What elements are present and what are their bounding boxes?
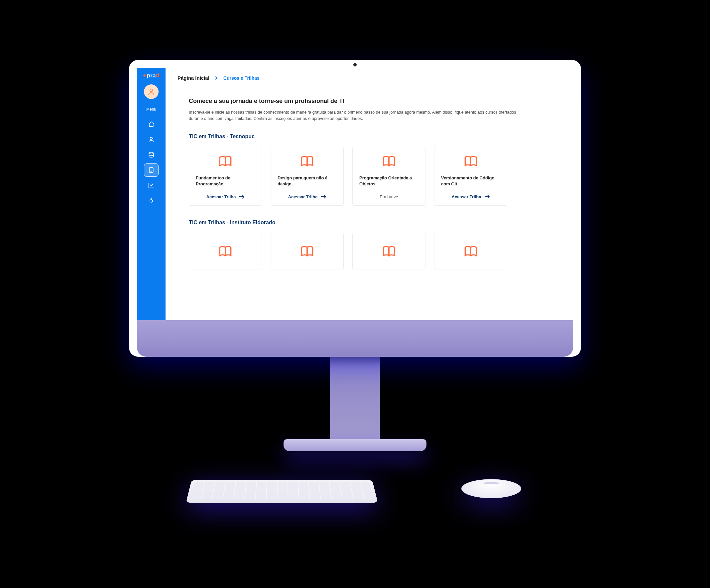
keyboard <box>186 480 378 503</box>
tablet-icon <box>148 167 155 173</box>
chart-icon <box>148 182 155 189</box>
course-card <box>270 233 344 269</box>
sparkle-icon <box>148 197 155 204</box>
course-card <box>352 233 425 269</box>
chevron-right-icon <box>215 75 218 81</box>
sidebar-item-courses[interactable] <box>144 164 159 177</box>
course-card: Design para quem não é design Acessar Tr… <box>270 147 344 206</box>
page-headline: Comece a sua jornada e torne-se um profi… <box>189 98 550 105</box>
monitor-stand-neck <box>330 356 380 442</box>
card-row-eldorado <box>189 233 550 269</box>
brand-plus: + <box>143 72 146 79</box>
brand-logo[interactable]: +prati <box>143 72 160 79</box>
section-title-eldorado: TIC em Trilhas - Instituto Eldorado <box>189 220 550 225</box>
course-card: Programação Orientada a Objetos Em breve <box>352 147 425 206</box>
course-card <box>189 233 262 269</box>
course-title: Versionamento de Código com Git <box>441 175 500 188</box>
database-icon <box>148 151 155 158</box>
arrow-right-icon <box>239 195 244 199</box>
content-area: Comece a sua jornada e torne-se um profi… <box>166 88 573 284</box>
course-card <box>434 233 507 269</box>
course-title: Programação Orientada a Objetos <box>359 175 419 188</box>
card-row-tecnopuc: Fundamentos de Programação Acessar Trilh… <box>189 147 550 206</box>
access-track-link[interactable]: Acessar Trilha <box>196 194 255 199</box>
breadcrumb: Página Inicial Cursos e Trilhas <box>166 68 573 88</box>
monitor-stand-base <box>284 439 426 451</box>
mouse <box>460 479 522 498</box>
coming-soon-label: Em breve <box>359 194 419 199</box>
monitor-chin <box>137 320 573 357</box>
access-track-label: Acessar Trilha <box>288 194 318 199</box>
main-panel: Página Inicial Cursos e Trilhas Comece a… <box>166 68 573 320</box>
monitor-frame: +prati Menu <box>129 60 581 357</box>
book-icon <box>382 245 396 258</box>
book-icon <box>301 245 314 258</box>
book-icon <box>219 245 232 258</box>
arrow-right-icon <box>484 195 490 199</box>
sidebar-nav <box>137 118 166 207</box>
brand-pra: pra <box>147 72 156 79</box>
avatar[interactable] <box>144 84 159 99</box>
arrow-right-icon <box>321 195 326 199</box>
breadcrumb-current: Cursos e Trilhas <box>223 75 260 81</box>
access-track-link[interactable]: Acessar Trilha <box>441 194 500 199</box>
sidebar-item-analytics[interactable] <box>144 179 159 192</box>
book-icon <box>441 154 500 168</box>
brand-ti: ti <box>156 72 160 79</box>
sidebar-item-extra[interactable] <box>144 194 159 207</box>
course-card: Fundamentos de Programação Acessar Trilh… <box>189 147 262 206</box>
course-card: Versionamento de Código com Git Acessar … <box>434 147 507 206</box>
page-intro: Inscreva-se e inicie as nossas trilhas d… <box>189 109 528 122</box>
menu-label: Menu <box>146 107 156 112</box>
camera-dot <box>353 63 357 67</box>
home-icon <box>148 121 155 127</box>
book-icon <box>278 154 337 168</box>
book-icon <box>464 245 477 258</box>
sidebar: +prati Menu <box>137 68 166 320</box>
access-track-label: Acessar Trilha <box>452 194 481 199</box>
user-icon <box>148 136 155 143</box>
course-title: Design para quem não é design <box>278 175 337 188</box>
sidebar-item-database[interactable] <box>144 148 159 162</box>
sidebar-item-profile[interactable] <box>144 133 159 146</box>
peripherals <box>129 464 581 524</box>
access-track-label: Acessar Trilha <box>207 194 236 199</box>
breadcrumb-root[interactable]: Página Inicial <box>178 75 209 81</box>
access-track-link[interactable]: Acessar Trilha <box>278 194 337 199</box>
avatar-icon <box>148 88 155 95</box>
book-icon <box>196 154 255 168</box>
book-icon <box>359 154 419 168</box>
section-title-tecnopuc: TIC em Trilhas - Tecnopuc <box>189 133 550 140</box>
course-title: Fundamentos de Programação <box>196 175 255 188</box>
imac-mockup: +prati Menu <box>129 60 581 524</box>
app-viewport: +prati Menu <box>137 68 573 320</box>
sidebar-item-home[interactable] <box>144 118 159 131</box>
